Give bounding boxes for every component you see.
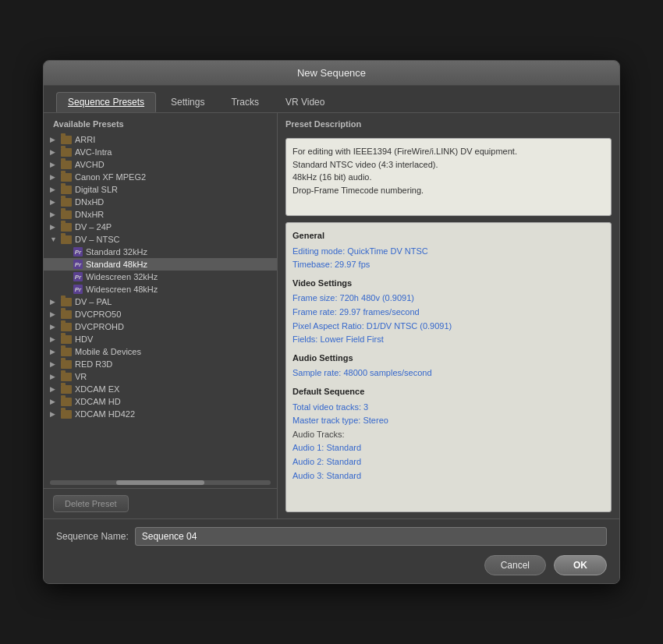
preset-description-title: Preset Description [285,119,612,129]
audio-3: Audio 3: Standard [292,469,604,483]
folder-icon [61,360,72,369]
tab-sequence-presets[interactable]: Sequence Presets [56,92,156,112]
tree-label: DVCPRO50 [75,310,121,319]
tree-label: Mobile & Devices [75,347,141,356]
tree-item-dnxhr[interactable]: ▶ DNxHR [44,208,277,221]
ok-button[interactable]: OK [554,555,607,575]
tree-item-dnxhd[interactable]: ▶ DNxHD [44,196,277,208]
tree-item-dvcpro50[interactable]: ▶ DVCPRO50 [44,308,277,320]
tree-item-xdcam-hd[interactable]: ▶ XDCAM HD [44,395,277,408]
tree-item-standard-32khz[interactable]: Pr Standard 32kHz [44,246,277,258]
new-sequence-dialog: New Sequence Sequence Presets Settings T… [43,60,620,584]
bottom-bar: Sequence Name: Cancel OK [44,518,619,583]
tree-item-hdv[interactable]: ▶ HDV [44,333,277,345]
audio-1: Audio 1: Standard [292,441,604,455]
tree-label: Standard 32kHz [86,247,147,257]
chevron-right-icon: ▶ [50,136,58,143]
tree-item-widescreen-32khz[interactable]: Pr Widescreen 32kHz [44,271,277,283]
horizontal-scrollbar[interactable] [50,480,271,485]
tree-item-mobile[interactable]: ▶ Mobile & Devices [44,345,277,358]
tree-label: AVC-Intra [75,147,112,157]
tree-label: XDCAM HD [75,397,121,406]
chevron-right-icon: ▶ [50,198,58,206]
buttons-row: Cancel OK [56,555,607,575]
chevron-right-icon: ▶ [50,223,58,231]
tree-item-dv-24p[interactable]: ▶ DV – 24P [44,221,277,233]
main-content: Available Presets ▶ ARRI ▶ AVC-Intra ▶ [44,113,619,518]
fields: Fields: Lower Field First [292,333,604,347]
folder-icon [61,235,72,244]
cancel-button[interactable]: Cancel [484,555,546,575]
tree-item-dv-ntsc[interactable]: ▼ DV – NTSC [44,233,277,246]
preset-icon: Pr [73,260,83,269]
audio-tracks-label: Audio Tracks: [292,428,604,442]
dialog-title: New Sequence [44,61,619,86]
sequence-name-label: Sequence Name: [56,531,129,542]
delete-preset-button[interactable]: Delete Preset [53,495,129,512]
folder-icon [61,323,72,331]
chevron-right-icon: ▶ [50,310,58,318]
tree-label: DV – PAL [75,297,112,306]
folder-icon [61,173,72,182]
tree-label: Digital SLR [75,185,118,194]
delete-btn-area: Delete Preset [44,488,277,518]
tree-label: DV – 24P [75,222,112,232]
tree-item-arri[interactable]: ▶ ARRI [44,133,277,146]
editing-mode: Editing mode: QuickTime DV NTSC [292,245,604,259]
audio-2: Audio 2: Standard [292,455,604,469]
audio-settings-title: Audio Settings [292,352,604,366]
tree-item-avc-intra[interactable]: ▶ AVC-Intra [44,146,277,158]
general-title: General [292,229,604,243]
tree-label: XDCAM EX [75,384,119,394]
folder-icon [61,211,72,219]
frame-size: Frame size: 720h 480v (0.9091) [292,292,604,306]
folder-icon [61,398,72,406]
tab-tracks[interactable]: Tracks [219,92,271,112]
tree-item-digital-slr[interactable]: ▶ Digital SLR [44,183,277,196]
tree-item-xdcam-ex[interactable]: ▶ XDCAM EX [44,383,277,395]
tree-label: Widescreen 48kHz [86,285,158,294]
tree-label: XDCAM HD422 [75,409,135,419]
available-presets-title: Available Presets [44,113,277,132]
video-settings-title: Video Settings [292,277,604,291]
tree-item-dvcprohd[interactable]: ▶ DVCPROHD [44,320,277,333]
folder-icon [61,148,72,157]
tree-item-dv-pal[interactable]: ▶ DV – PAL [44,295,277,308]
tree-item-xdcam-hd422[interactable]: ▶ XDCAM HD422 [44,408,277,420]
tree-item-vr[interactable]: ▶ VR [44,370,277,383]
chevron-right-icon: ▶ [50,348,58,356]
folder-icon [61,136,72,144]
chevron-right-icon: ▶ [50,323,58,331]
folder-icon [61,186,72,194]
folder-icon [61,223,72,232]
tree-label: Standard 48kHz [86,260,147,269]
tree-item-red-r3d[interactable]: ▶ RED R3D [44,358,277,370]
tab-bar: Sequence Presets Settings Tracks VR Vide… [44,86,619,113]
tree-item-widescreen-48khz[interactable]: Pr Widescreen 48kHz [44,283,277,295]
chevron-right-icon: ▶ [50,186,58,193]
tab-settings[interactable]: Settings [159,92,216,112]
sequence-name-input[interactable] [135,527,607,546]
preset-icon: Pr [73,272,83,281]
preset-description-text: For editing with IEEE1394 (FireWire/i.LI… [292,147,517,195]
folder-icon [61,310,72,319]
chevron-right-icon: ▶ [50,360,58,368]
tree-label: Canon XF MPEG2 [75,172,146,182]
chevron-right-icon: ▶ [50,211,58,218]
info-box: General Editing mode: QuickTime DV NTSC … [285,222,612,512]
tab-vr-video[interactable]: VR Video [274,92,336,112]
preset-description-box: For editing with IEEE1394 (FireWire/i.LI… [285,138,612,216]
preset-tree: ▶ ARRI ▶ AVC-Intra ▶ AVCHD [44,132,277,477]
tree-label: DNxHD [75,197,104,207]
pixel-aspect: Pixel Aspect Ratio: D1/DV NTSC (0.9091) [292,320,604,334]
folder-icon [61,410,72,419]
chevron-down-icon: ▼ [50,235,58,243]
tree-label: AVCHD [75,160,105,169]
tree-item-canon-xf[interactable]: ▶ Canon XF MPEG2 [44,171,277,183]
scrollbar-thumb [116,480,204,485]
tree-item-avchd[interactable]: ▶ AVCHD [44,158,277,171]
tree-label: HDV [75,334,93,344]
tree-label: DNxHR [75,210,104,219]
tree-item-standard-48khz[interactable]: Pr Standard 48kHz [44,258,277,271]
folder-icon [61,385,72,394]
